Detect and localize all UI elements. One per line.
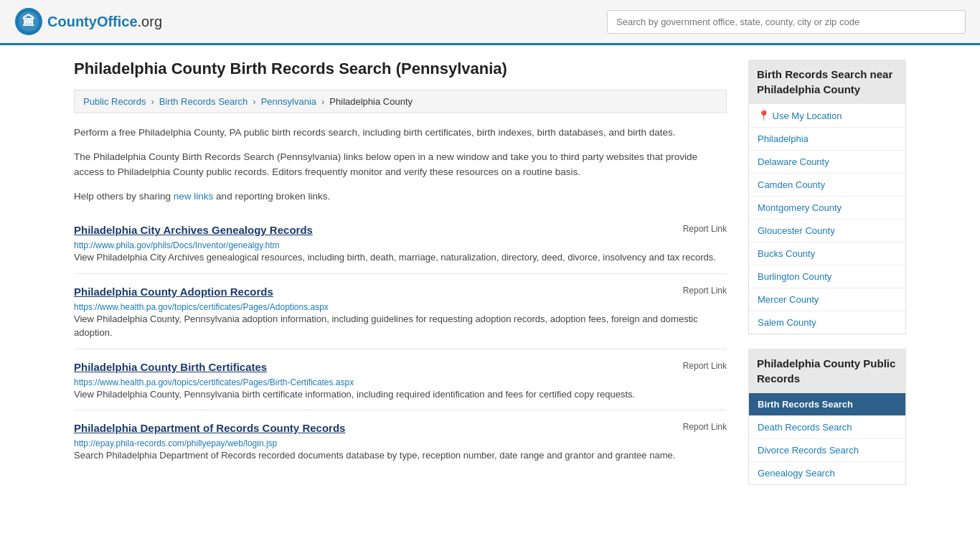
logo-icon: 🏛 (14, 7, 43, 36)
report-link[interactable]: Report Link (683, 286, 727, 296)
philly-section-title: Philadelphia County Public Records (748, 349, 906, 393)
nearby-link[interactable]: Gloucester County (749, 220, 905, 242)
result-header: Philadelphia Department of Records Count… (74, 422, 727, 434)
breadcrumb-current: Philadelphia County (329, 96, 413, 107)
result-header: Philadelphia County Birth Certificates R… (74, 361, 727, 373)
philly-record-link[interactable]: Birth Records Search (749, 393, 905, 416)
page-title: Philadelphia County Birth Records Search… (74, 60, 727, 78)
nearby-link[interactable]: Philadelphia (749, 128, 905, 151)
report-link[interactable]: Report Link (683, 361, 727, 371)
result-url[interactable]: https://www.health.pa.gov/topics/certifi… (74, 377, 354, 387)
result-url[interactable]: https://www.health.pa.gov/topics/certifi… (74, 302, 329, 312)
result-description: View Philadelphia County, Pennsylvania a… (74, 312, 727, 340)
philly-record-link[interactable]: Genealogy Search (749, 462, 905, 484)
breadcrumb-link-public-records[interactable]: Public Records (83, 96, 146, 107)
svg-text:🏛: 🏛 (22, 14, 35, 29)
report-link[interactable]: Report Link (683, 422, 727, 432)
nearby-link[interactable]: Burlington County (749, 265, 905, 288)
header: 🏛 CountyOffice.org (0, 0, 980, 45)
result-item: Philadelphia County Birth Certificates R… (74, 349, 727, 410)
logo-area: 🏛 CountyOffice.org (14, 7, 162, 36)
breadcrumb: Public Records › Birth Records Search › … (74, 90, 727, 113)
result-item: Philadelphia Department of Records Count… (74, 410, 727, 471)
breadcrumb-link-pennsylvania[interactable]: Pennsylvania (261, 96, 316, 107)
result-description: View Philadelphia County, Pennsylvania b… (74, 387, 727, 402)
description-2: The Philadelphia County Birth Records Se… (74, 149, 727, 180)
result-title[interactable]: Philadelphia City Archives Genealogy Rec… (74, 224, 313, 236)
result-item: Philadelphia County Adoption Records Rep… (74, 273, 727, 349)
result-description: Search Philadelphia Department of Record… (74, 448, 727, 463)
new-links-link[interactable]: new links (174, 191, 214, 202)
sidebar: Birth Records Search near Philadelphia C… (748, 60, 906, 499)
result-header: Philadelphia County Adoption Records Rep… (74, 286, 727, 298)
location-icon: 📍 (758, 110, 770, 121)
nearby-links: 📍 Use My LocationPhiladelphiaDelaware Co… (748, 104, 906, 334)
philly-record-link[interactable]: Divorce Records Search (749, 439, 905, 462)
nearby-section-title: Birth Records Search near Philadelphia C… (748, 60, 906, 104)
use-my-location-link[interactable]: 📍 Use My Location (749, 104, 905, 128)
result-description: View Philadelphia City Archives genealog… (74, 250, 727, 265)
nearby-link[interactable]: Montgomery County (749, 197, 905, 220)
result-url[interactable]: http://www.phila.gov/phils/Docs/Inventor… (74, 240, 280, 250)
nearby-link[interactable]: Camden County (749, 174, 905, 197)
search-input[interactable] (607, 10, 966, 34)
result-item: Philadelphia City Archives Genealogy Rec… (74, 212, 727, 273)
report-link[interactable]: Report Link (683, 224, 727, 234)
description-1: Perform a free Philadelphia County, PA p… (74, 125, 727, 141)
content-area: Philadelphia County Birth Records Search… (74, 60, 727, 499)
nearby-link[interactable]: Delaware County (749, 151, 905, 174)
nearby-link[interactable]: Salem County (749, 311, 905, 334)
result-title[interactable]: Philadelphia County Adoption Records (74, 286, 273, 298)
philly-record-link[interactable]: Death Records Search (749, 416, 905, 439)
nearby-link[interactable]: Bucks County (749, 242, 905, 265)
result-header: Philadelphia City Archives Genealogy Rec… (74, 224, 727, 236)
results-list: Philadelphia City Archives Genealogy Rec… (74, 212, 727, 471)
philly-links: Birth Records SearchDeath Records Search… (748, 393, 906, 485)
result-title[interactable]: Philadelphia Department of Records Count… (74, 422, 345, 434)
result-title[interactable]: Philadelphia County Birth Certificates (74, 361, 267, 373)
breadcrumb-link-birth-records[interactable]: Birth Records Search (159, 96, 248, 107)
result-url[interactable]: http://epay.phila-records.com/phillyepay… (74, 438, 277, 448)
main-wrapper: Philadelphia County Birth Records Search… (60, 45, 920, 514)
description-3: Help others by sharing new links and rep… (74, 189, 727, 204)
logo-text: CountyOffice.org (47, 14, 162, 30)
nearby-link[interactable]: Mercer County (749, 288, 905, 311)
